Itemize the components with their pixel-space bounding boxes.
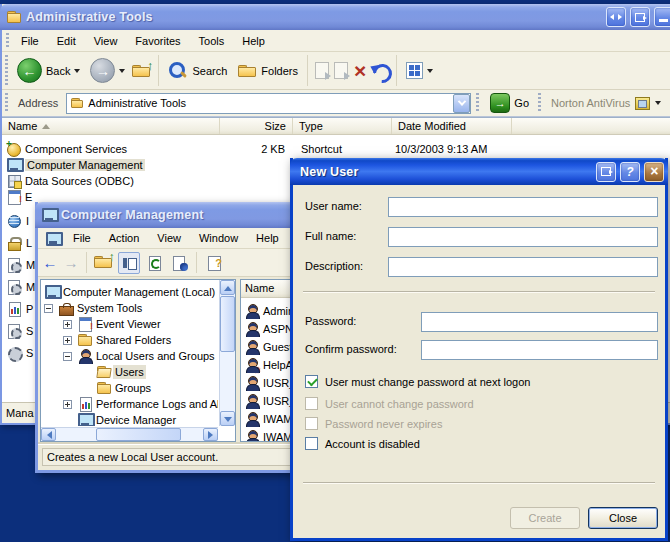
help-button[interactable] xyxy=(203,252,225,274)
export-list-button[interactable] xyxy=(168,252,190,274)
norton-grip[interactable] xyxy=(538,93,541,113)
tree-item-system-tools[interactable]: System Tools xyxy=(42,300,218,316)
menu-item-window[interactable]: Window xyxy=(190,229,247,247)
column-header-modified[interactable]: Date Modified xyxy=(392,118,512,134)
tree-item-groups[interactable]: Groups xyxy=(42,380,218,396)
tree-item-shared-folders[interactable]: Shared Folders xyxy=(42,332,218,348)
checked-checkbox[interactable] xyxy=(305,375,318,388)
scroll-thumb[interactable] xyxy=(96,428,181,441)
console-back-button[interactable]: ← xyxy=(41,254,59,271)
refresh-button[interactable] xyxy=(143,252,165,274)
address-combobox[interactable]: Administrative Tools xyxy=(66,93,471,114)
views-dropdown-caret[interactable] xyxy=(427,69,433,73)
expand-icon[interactable] xyxy=(63,400,72,409)
back-dropdown-caret[interactable] xyxy=(74,69,80,73)
addressbar-grip[interactable] xyxy=(5,93,8,113)
unchecked-checkbox[interactable] xyxy=(305,417,318,430)
list-item[interactable]: P xyxy=(6,301,33,317)
norton-antivirus-toolbar[interactable]: Norton AntiVirus xyxy=(548,97,664,110)
forward-dropdown-caret[interactable] xyxy=(119,69,125,73)
scroll-right-button[interactable] xyxy=(203,428,218,441)
menu-item-file[interactable]: File xyxy=(12,32,48,50)
unchecked-checkbox[interactable] xyxy=(305,397,318,410)
menu-item-help[interactable]: Help xyxy=(233,32,274,50)
expand-icon[interactable] xyxy=(63,336,72,345)
menu-item-help[interactable]: Help xyxy=(247,229,288,247)
menu-item-edit[interactable]: Edit xyxy=(48,32,85,50)
checkbox-account-is-disabled[interactable]: Account is disabled xyxy=(305,437,420,450)
restore-button[interactable] xyxy=(630,7,650,27)
description-field[interactable] xyxy=(388,257,658,277)
show-hide-console-tree-button[interactable] xyxy=(118,252,140,274)
expand-icon[interactable] xyxy=(63,320,72,329)
menu-item-file[interactable]: File xyxy=(64,229,100,247)
tree-item-performance-logs-and-al[interactable]: Performance Logs and Al xyxy=(42,396,218,412)
go-grip[interactable] xyxy=(476,93,479,113)
undo-button[interactable] xyxy=(371,61,391,81)
console-forward-button[interactable]: → xyxy=(62,254,80,271)
menu-item-view[interactable]: View xyxy=(148,229,190,247)
scroll-left-button[interactable] xyxy=(41,428,56,441)
delete-button[interactable]: × xyxy=(351,61,369,81)
full-name-field[interactable] xyxy=(388,227,658,247)
user-name-field[interactable] xyxy=(388,197,658,217)
go-button[interactable]: → Go xyxy=(486,93,533,113)
collapse-icon[interactable] xyxy=(63,352,72,361)
list-item[interactable]: S xyxy=(6,323,33,339)
tree-item-users[interactable]: Users xyxy=(42,364,218,380)
copy-to-button[interactable] xyxy=(332,61,349,80)
tree-horizontal-scrollbar[interactable] xyxy=(41,427,218,441)
tree-item-local-users-and-groups[interactable]: Local Users and Groups xyxy=(42,348,218,364)
table-row[interactable]: Component Services2 KBShortcut10/3/2003 … xyxy=(2,141,670,157)
data-sources-icon xyxy=(6,173,22,189)
console-system-icon[interactable] xyxy=(45,231,60,246)
address-dropdown-button[interactable] xyxy=(453,94,470,113)
new-user-titlebar[interactable]: New User ? × xyxy=(290,158,668,185)
password-field[interactable] xyxy=(421,312,658,332)
console-up-button[interactable]: ↑ xyxy=(93,252,115,274)
search-button[interactable]: Search xyxy=(164,59,231,83)
column-header-name[interactable]: Name xyxy=(2,118,220,134)
tree-vertical-scrollbar[interactable] xyxy=(219,280,235,426)
menu-item-action[interactable]: Action xyxy=(100,229,149,247)
checkbox-password-never-expires[interactable]: Password never expires xyxy=(305,417,442,430)
move-to-button[interactable] xyxy=(313,61,330,80)
list-item[interactable]: M xyxy=(6,279,35,295)
back-button[interactable]: ← Back xyxy=(13,56,84,85)
menu-item-view[interactable]: View xyxy=(85,32,127,50)
list-item[interactable]: L xyxy=(6,235,32,251)
tree-item-device-manager[interactable]: Device Manager xyxy=(42,412,218,426)
scroll-thumb[interactable] xyxy=(220,296,235,352)
checkbox-user-must-change-password-at-n[interactable]: User must change password at next logon xyxy=(305,375,530,388)
confirm-password-field[interactable] xyxy=(421,340,658,360)
close-icon[interactable]: × xyxy=(644,162,664,182)
menubar-grip[interactable] xyxy=(6,33,9,48)
create-button[interactable]: Create xyxy=(510,507,580,529)
pane-arrows-button[interactable] xyxy=(606,7,626,27)
list-item[interactable]: M xyxy=(6,257,35,273)
collapse-icon[interactable] xyxy=(44,304,53,313)
forward-button[interactable]: → xyxy=(86,56,129,85)
scroll-down-button[interactable] xyxy=(220,411,235,426)
folders-button[interactable]: Folders xyxy=(233,61,302,81)
up-button[interactable]: ↑ xyxy=(131,61,153,81)
column-header-type[interactable]: Type xyxy=(293,118,392,134)
minimize-button[interactable] xyxy=(654,7,670,27)
list-item[interactable]: I xyxy=(6,213,29,229)
checkbox-user-cannot-change-password[interactable]: User cannot change password xyxy=(305,397,474,410)
unchecked-checkbox[interactable] xyxy=(305,437,318,450)
tree-item-event-viewer[interactable]: Event Viewer xyxy=(42,316,218,332)
help-button[interactable]: ? xyxy=(620,162,640,182)
admin-tools-titlebar[interactable]: Administrative Tools xyxy=(0,4,670,30)
context-help-alt-button[interactable] xyxy=(596,162,616,182)
scroll-up-button[interactable] xyxy=(220,280,235,295)
tree-item-computer-management-local-[interactable]: Computer Management (Local) xyxy=(42,284,218,300)
toolbar-grip[interactable] xyxy=(5,55,8,86)
menu-item-favorites[interactable]: Favorites xyxy=(126,32,189,50)
menu-item-tools[interactable]: Tools xyxy=(190,32,234,50)
norton-dropdown-caret[interactable] xyxy=(655,101,661,105)
column-header-size[interactable]: Size xyxy=(220,118,293,134)
close-button[interactable]: Close xyxy=(588,507,658,529)
views-button[interactable] xyxy=(402,60,437,81)
list-item[interactable]: S xyxy=(6,345,33,361)
